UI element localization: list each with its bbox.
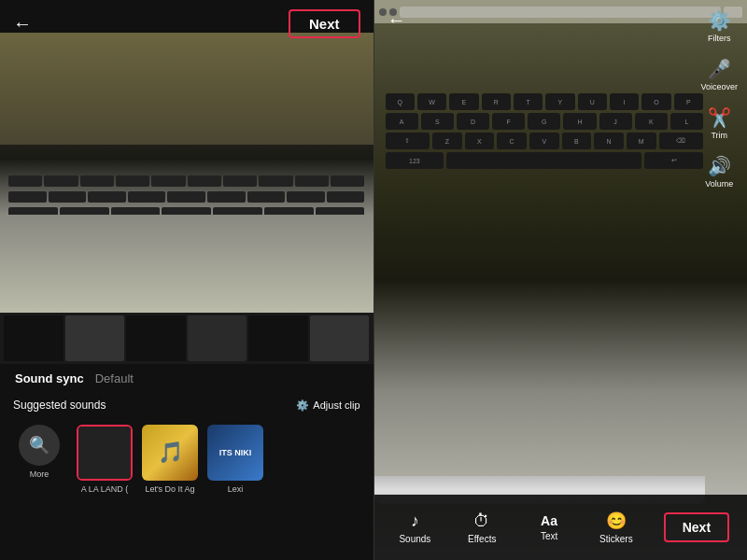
- lexi-thumb: ITS NIKI: [207, 425, 263, 481]
- trim-icon: ✂️: [708, 106, 731, 129]
- adjust-clip-label: Adjust clip: [313, 399, 359, 411]
- voiceover-icon: 🎤: [708, 58, 731, 80]
- video-bg-right: QWERTYUIOP ASDFGHJKL ⇧ZXCVBNM⌫ 123 ↩: [374, 0, 748, 560]
- filmstrip: [0, 313, 374, 364]
- film-frame: [65, 315, 125, 361]
- film-frame: [4, 315, 63, 361]
- alaland-thumb-inner: [78, 427, 131, 479]
- sound-item-more[interactable]: 🔍 More: [11, 425, 67, 479]
- default-label: Default: [95, 371, 134, 385]
- search-icon: 🔍: [29, 435, 49, 455]
- sound-sync-bar: Sound sync Default: [0, 364, 374, 393]
- itsniki-thumb-inner: ITS NIKI: [207, 425, 263, 481]
- right-toolbar: ⚙️ Filters 🎤 Voiceover ✂️ Trim 🔊 Volume: [700, 9, 738, 189]
- search-icon-circle: 🔍: [19, 425, 60, 466]
- lexi-label: Lexi: [228, 484, 244, 494]
- stickers-icon: 😊: [606, 511, 627, 531]
- sounds-row: 🔍 More A LA LAND ( 🎵 Let's Do It Ag ITS …: [0, 417, 374, 560]
- suggested-sounds-bar: Suggested sounds ⚙️ Adjust clip: [0, 393, 374, 417]
- sound-item-letsdoit[interactable]: 🎵 Let's Do It Ag: [142, 425, 198, 494]
- text-icon: Aa: [541, 513, 557, 528]
- adjust-icon: ⚙️: [296, 399, 309, 412]
- film-frame: [310, 315, 370, 361]
- keyboard-image-left: [0, 33, 374, 313]
- bottom-tool-stickers[interactable]: 😊 Stickers: [593, 511, 640, 544]
- tool-voiceover[interactable]: 🎤 Voiceover: [700, 58, 738, 91]
- effects-label: Effects: [468, 534, 496, 544]
- volume-icon: 🔊: [708, 155, 731, 177]
- filters-label: Filters: [708, 34, 731, 43]
- left-header: ← Next: [0, 0, 374, 48]
- letsdoit-thumb-inner: 🎵: [142, 425, 198, 481]
- letsdoit-thumb: 🎵: [142, 425, 198, 481]
- right-header: ←: [388, 9, 406, 31]
- volume-label: Volume: [705, 179, 733, 189]
- alaland-thumb: [77, 425, 133, 481]
- voiceover-label: Voiceover: [700, 82, 738, 91]
- trim-label: Trim: [711, 131, 727, 140]
- left-panel: ← Next Sound sync Default Suggested soun…: [0, 0, 374, 560]
- tool-filters[interactable]: ⚙️ Filters: [708, 9, 731, 43]
- alaland-label: A LA LAND (: [81, 484, 129, 494]
- letsdoit-label: Let's Do It Ag: [145, 484, 194, 494]
- tool-volume[interactable]: 🔊 Volume: [705, 155, 733, 189]
- keyboard-area-right: QWERTYUIOP ASDFGHJKL ⇧ZXCVBNM⌫ 123 ↩: [384, 93, 706, 172]
- bottom-tool-sounds[interactable]: ♪ Sounds: [391, 511, 438, 544]
- suggested-sounds-label: Suggested sounds: [13, 399, 106, 412]
- film-frame: [188, 315, 247, 361]
- next-button-right[interactable]: Next: [664, 512, 729, 542]
- film-frame: [248, 315, 308, 361]
- adjust-clip-button[interactable]: ⚙️ Adjust clip: [296, 399, 359, 412]
- tool-trim[interactable]: ✂️ Trim: [708, 106, 731, 140]
- back-button-right[interactable]: ←: [388, 9, 406, 30]
- sounds-label: Sounds: [399, 534, 430, 544]
- filters-icon: ⚙️: [708, 9, 731, 32]
- film-frame: [126, 315, 186, 361]
- text-label: Text: [541, 531, 557, 541]
- sound-item-alaland[interactable]: A LA LAND (: [77, 425, 133, 494]
- video-preview-left: [0, 33, 374, 313]
- bottom-tool-text[interactable]: Aa Text: [526, 513, 572, 541]
- sound-sync-label: Sound sync: [15, 371, 84, 385]
- stickers-label: Stickers: [599, 534, 633, 544]
- sound-more-label: More: [30, 469, 49, 479]
- bottom-bar-right: ♪ Sounds ⏱ Effects Aa Text 😊 Stickers Ne…: [374, 495, 748, 560]
- right-panel: QWERTYUIOP ASDFGHJKL ⇧ZXCVBNM⌫ 123 ↩ ← ⚙…: [374, 0, 748, 560]
- back-button-left[interactable]: ←: [13, 13, 32, 35]
- sounds-icon: ♪: [411, 511, 419, 531]
- effects-icon: ⏱: [473, 511, 490, 531]
- next-button-left[interactable]: Next: [289, 9, 360, 38]
- bottom-tool-effects[interactable]: ⏱ Effects: [458, 511, 505, 544]
- sound-item-lexi[interactable]: ITS NIKI Lexi: [207, 425, 263, 494]
